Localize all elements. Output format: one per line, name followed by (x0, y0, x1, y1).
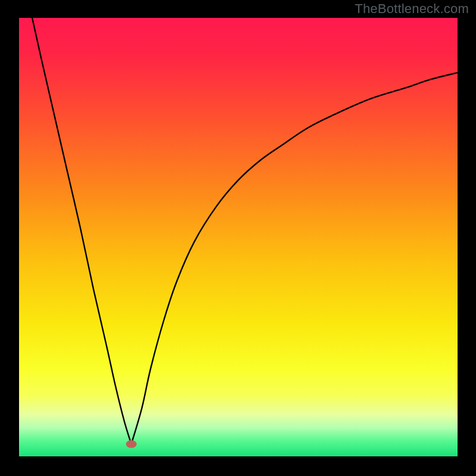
chart-svg (19, 18, 458, 456)
bottleneck-marker (126, 440, 137, 448)
chart-background-gradient (19, 18, 458, 456)
chart-plot-area (19, 18, 458, 456)
watermark-text: TheBottleneck.com (355, 1, 469, 17)
outer-frame: TheBottleneck.com (0, 0, 476, 476)
